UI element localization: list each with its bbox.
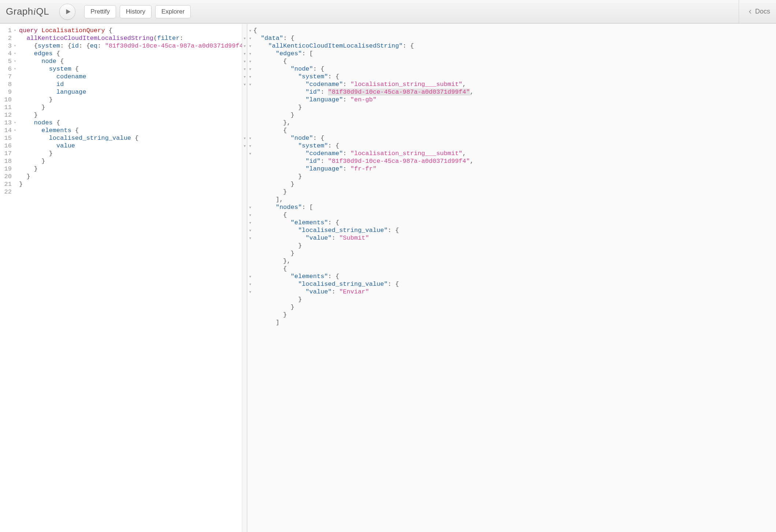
line-gutter: 1▾23▾4▾5▾6▾78910111213▾14▾15161718192021… (0, 24, 18, 532)
result-fold-column: ▾▾▾▾▾▾▾▾▾▾▾▾▾▾▾▾▾▾▾ (247, 24, 253, 532)
execute-button[interactable] (59, 4, 75, 20)
prettify-button[interactable]: Prettify (84, 5, 116, 18)
query-editor[interactable]: 1▾23▾4▾5▾6▾78910111213▾14▾15161718192021… (0, 24, 247, 532)
result-code: { "data": { "allKenticoCloudItemLocalise… (253, 24, 776, 532)
history-button[interactable]: History (120, 5, 152, 18)
query-code[interactable]: query LocalisationQuery { allKenticoClou… (18, 24, 242, 532)
docs-label: Docs (755, 8, 770, 15)
result-pane: ▾▾▾▾▾▾▾▾▾▾▾▾▾▾▾▾▾▾▾ { "data": { "allKent… (247, 24, 776, 532)
app-logo: GraphiQL (6, 6, 49, 17)
play-icon (65, 8, 71, 15)
docs-toggle[interactable]: Docs (739, 0, 770, 23)
toolbar: GraphiQL Prettify History Explorer Docs (0, 0, 776, 23)
chevron-left-icon (748, 9, 753, 14)
content-area: 1▾23▾4▾5▾6▾78910111213▾14▾15161718192021… (0, 23, 776, 532)
explorer-button[interactable]: Explorer (155, 5, 191, 18)
editor-fold-column: ▾▾▾▾▾▾▾▾▾ (242, 24, 247, 532)
